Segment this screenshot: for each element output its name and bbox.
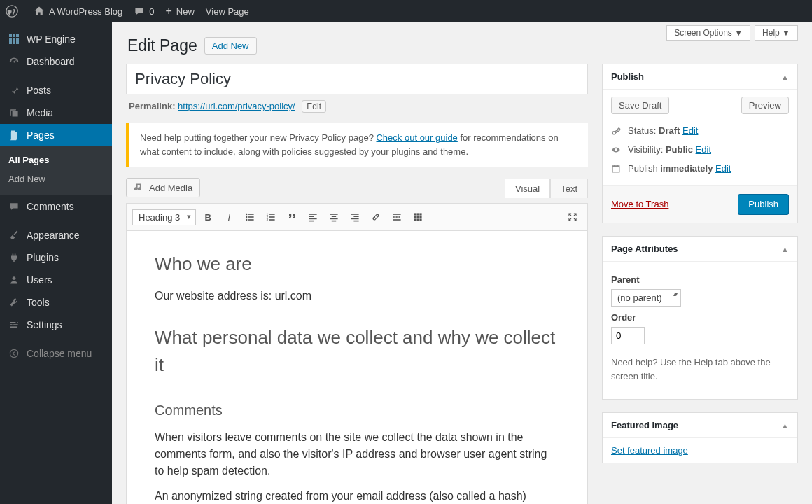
submenu-add-new[interactable]: Add New <box>0 169 112 188</box>
toggle-box-icon[interactable]: ▲ <box>781 73 789 81</box>
content-p-comments-2: An anonymized string created from your e… <box>155 488 559 504</box>
menu-comments[interactable]: Comments <box>0 195 112 218</box>
status-edit-link[interactable]: Edit <box>682 125 698 136</box>
set-featured-image-link[interactable]: Set featured image <box>611 445 688 456</box>
svg-rect-14 <box>13 324 18 326</box>
tab-visual[interactable]: Visual <box>505 178 550 198</box>
menu-plugins[interactable]: Plugins <box>0 246 112 269</box>
svg-rect-23 <box>248 219 254 220</box>
view-page-link[interactable]: View Page <box>200 0 255 22</box>
menu-wpengine[interactable]: WP Engine <box>0 28 112 50</box>
notice-guide-link[interactable]: Check out our guide <box>376 132 457 143</box>
menu-label: Pages <box>27 130 55 141</box>
svg-rect-59 <box>614 164 615 166</box>
site-name-text: A WordPress Blog <box>49 6 122 17</box>
visibility-row: Visibility: Public Edit <box>611 140 789 159</box>
svg-rect-31 <box>309 216 314 217</box>
comment-icon <box>134 6 145 17</box>
toggle-box-icon[interactable]: ▲ <box>781 421 789 430</box>
menu-tools[interactable]: Tools <box>0 291 112 314</box>
wp-logo[interactable] <box>0 0 28 22</box>
blockquote-button[interactable] <box>283 208 301 226</box>
menu-label: Media <box>27 107 53 118</box>
svg-rect-53 <box>414 218 416 220</box>
toolbar-toggle-button[interactable] <box>409 208 427 226</box>
svg-rect-60 <box>617 164 617 166</box>
submenu-all-pages[interactable]: All Pages <box>0 150 112 169</box>
fullscreen-button[interactable] <box>564 208 582 226</box>
align-right-button[interactable] <box>346 208 364 226</box>
preview-button[interactable]: Preview <box>741 97 789 114</box>
permalink-edit-button[interactable]: Edit <box>302 100 326 113</box>
post-title-input[interactable] <box>126 64 588 94</box>
svg-rect-36 <box>330 218 338 220</box>
menu-separator <box>0 220 112 221</box>
editor-toolbar: Heading 3 B I 123 <box>127 204 587 231</box>
tab-text[interactable]: Text <box>550 178 588 198</box>
add-media-button[interactable]: Add Media <box>126 178 200 197</box>
toggle-box-icon[interactable]: ▲ <box>781 245 789 253</box>
align-left-button[interactable] <box>304 208 322 226</box>
svg-point-17 <box>10 349 18 357</box>
save-draft-button[interactable]: Save Draft <box>611 97 669 114</box>
view-page-label: View Page <box>206 6 249 17</box>
eye-icon <box>611 145 622 155</box>
menu-appearance[interactable]: Appearance <box>0 224 112 246</box>
menu-label: Tools <box>27 297 50 308</box>
italic-button[interactable]: I <box>220 208 238 226</box>
svg-rect-42 <box>393 214 401 215</box>
parent-select[interactable]: (no parent) <box>611 289 681 307</box>
page-attributes-box: Page Attributes ▲ Parent (no parent) Ord… <box>602 236 798 400</box>
read-more-button[interactable] <box>388 208 406 226</box>
svg-rect-54 <box>417 218 419 220</box>
numbered-list-button[interactable]: 123 <box>262 208 280 226</box>
svg-rect-1 <box>9 34 12 37</box>
menu-dashboard[interactable]: Dashboard <box>0 50 112 73</box>
order-input[interactable] <box>611 327 645 344</box>
menu-collapse[interactable]: Collapse menu <box>0 342 112 365</box>
site-name-link[interactable]: A WordPress Blog <box>28 0 128 22</box>
align-center-button[interactable] <box>325 208 343 226</box>
publish-box: Publish ▲ Save Draft Preview Status: Dra… <box>602 64 798 223</box>
menu-settings[interactable]: Settings <box>0 314 112 336</box>
content-h3-comments: Comments <box>155 400 559 421</box>
brush-icon <box>7 230 21 241</box>
screen-options-toggle[interactable]: Screen Options ▼ <box>666 25 750 41</box>
svg-rect-32 <box>309 218 317 220</box>
link-button[interactable] <box>367 208 385 226</box>
menu-posts[interactable]: Posts <box>0 79 112 102</box>
publish-heading: Publish <box>611 71 644 82</box>
svg-rect-2 <box>13 34 15 37</box>
visibility-edit-link[interactable]: Edit <box>696 144 711 155</box>
block-format-select[interactable]: Heading 3 <box>132 209 196 225</box>
content-h2-who-we-are: Who we are <box>155 251 559 278</box>
svg-rect-27 <box>270 216 275 218</box>
bullet-list-button[interactable] <box>241 208 259 226</box>
comments-link[interactable]: 0 <box>128 0 160 22</box>
help-toggle[interactable]: Help ▼ <box>755 25 798 41</box>
permalink-label: Permalink: <box>129 101 175 111</box>
new-content-link[interactable]: + New <box>160 0 200 22</box>
content-h2-personal-data: What personal data we collect and why we… <box>155 324 559 379</box>
publish-button[interactable]: Publish <box>738 194 789 214</box>
move-to-trash-link[interactable]: Move to Trash <box>611 199 668 209</box>
menu-pages[interactable]: Pages <box>0 124 112 146</box>
menu-users[interactable]: Users <box>0 269 112 291</box>
svg-rect-13 <box>10 324 12 326</box>
menu-label: Users <box>27 274 52 286</box>
screen-meta-links: Screen Options ▼ Help ▼ <box>666 25 798 41</box>
editor-body[interactable]: Who we are Our website address is: url.c… <box>127 231 587 504</box>
svg-rect-12 <box>17 322 18 323</box>
permalink-url[interactable]: https://url.com/privacy-policy/ <box>178 101 295 111</box>
svg-rect-21 <box>248 216 254 218</box>
menu-media[interactable]: Media <box>0 102 112 124</box>
svg-rect-25 <box>270 214 275 215</box>
schedule-edit-link[interactable]: Edit <box>715 163 731 174</box>
parent-label: Parent <box>611 274 789 285</box>
add-new-button[interactable]: Add New <box>204 37 257 55</box>
menu-label: Posts <box>27 85 51 96</box>
svg-rect-48 <box>417 213 419 215</box>
main-content: Screen Options ▼ Help ▼ Edit Page Add Ne… <box>112 22 812 504</box>
svg-rect-9 <box>16 41 19 44</box>
bold-button[interactable]: B <box>199 208 217 226</box>
